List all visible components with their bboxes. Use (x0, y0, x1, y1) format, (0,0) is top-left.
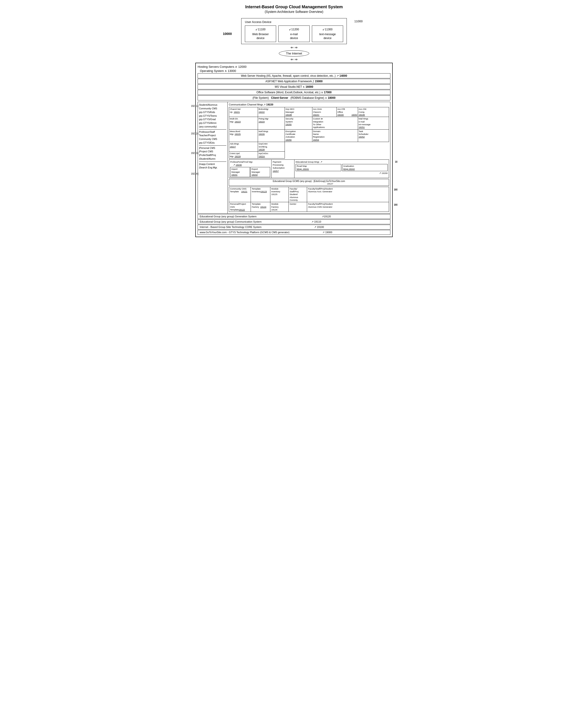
row-19120: Educational Group (any group) Generation… (197, 214, 391, 219)
payment-cell: PaymentProcessingSubscription19257 (272, 160, 294, 178)
label-19211: 19211┤ (191, 104, 199, 108)
sidebar-group-2: Professor/Staff Teacher/Project Communit… (199, 130, 226, 145)
cell-inpcntsrc: InpCntSrc1922A (258, 152, 285, 159)
row-19110: Educational Group (any group) Communicat… (197, 219, 391, 224)
cell-channl: Channl.SetUp 19221 (229, 107, 258, 117)
cell-multi-dir: Multi-Dir.Mgr. 19223 (229, 117, 258, 129)
label-19200: ↗ 19200 (296, 172, 387, 175)
user-access-box: User Access Device ↙11100 Web Browserdev… (241, 18, 347, 44)
module-row-1: Community CMSTemplate 19121 TemplateInve… (229, 187, 389, 202)
layer-15000: ASP.NET Web Application Framework ƒ 1500… (197, 79, 391, 84)
faculty-acct-gen: Faculty/Staff/Proj/StudentAlumnus Acct. … (307, 187, 389, 202)
layer-17000: Office Software (Word, Excell,Outlook, A… (197, 90, 391, 95)
left-sidebar: 19211┤ Student/Alumnus Community CMS grp… (198, 102, 228, 214)
os-label: Operating System ∧ 13000 (200, 69, 391, 73)
internet-section: ⇐ ⇒ The Internet ⇐ ⇒ (195, 45, 393, 62)
cell-grp-seo: Grp.SEOManager1922B (285, 107, 312, 117)
cell-notf: Notf.Mngr.19226 (258, 129, 285, 142)
device-num-11100: ↙11100 (248, 27, 273, 32)
label-19240: 19240 (395, 160, 397, 164)
cell-empty (285, 142, 389, 159)
sub-title: (System Architecture Software Overview) (195, 10, 393, 14)
row-19100: Internet - Based Group Siite Technology … (197, 225, 391, 229)
cell-cntnt-upd: Cntnt.Upd.Mgr. 19229 (229, 152, 258, 159)
cell-encrypt: EncryptionCertificateActivation19256 (285, 129, 312, 142)
main-title: Internet-Based Group Cloud Management Sy… (195, 5, 393, 9)
label-19214: 19214┤ (191, 172, 199, 176)
road-map: Road MapMngr. 19241 (296, 164, 341, 171)
label-10000: 10000 (223, 32, 232, 36)
device-web-browser: ↙11100 Web Browserdevice (245, 25, 276, 42)
cell-adv-mngr: Adv.Mngr.19227 (229, 142, 258, 152)
outer-box: Hosting Servers Computers ∧ 12000 Operat… (195, 63, 393, 237)
bottom-modules: Community CMSTemplate 19121 TemplateInve… (229, 187, 389, 212)
cell-brdcst: BrdcstMgr19222 (258, 107, 285, 117)
hosting-label: Hosting Servers Computers ∧ 12000 (197, 65, 391, 68)
sidebar-group-4: |Inapp.Content |Search Eng.Mgr. (199, 162, 226, 170)
arrow-down-2: ⇐ ⇒ (291, 57, 297, 62)
device-num-11300: ↙11300 (315, 27, 340, 32)
label-19212: 19212┤ (191, 132, 199, 135)
label-19129: 19129 (394, 203, 397, 206)
module-factory: ModuleFactory19126 (270, 202, 289, 212)
export-mgr: ExportManager19232 (250, 167, 270, 177)
ua-devices: ↙11100 Web Browserdevice ↙11200 e-mailde… (245, 25, 343, 42)
graduation: GraduationMngr.19242 (342, 164, 388, 171)
template-inventory: TemplateInventory19123 (251, 187, 270, 202)
prof-portal-row: ProfessPortalTrnsf Mgr. ↗ 19230 ImportMa… (229, 159, 389, 178)
layer-14000: Web Server Hosting (IIS, Apache, firewal… (197, 73, 391, 78)
comm-channel-title: Communication Channel Mngr.↗ 19220 (229, 103, 389, 106)
row-19000: www.GoToYourSite.com - GTYS Technology P… (197, 230, 391, 235)
cell-acc-onin: Acc.OnInClassrm1922C (312, 107, 336, 117)
arrow-down-1: ⇐ ⇒ (291, 45, 297, 49)
layer-18000: (File System) Client⋅Server (RDBMS Datab… (197, 95, 391, 100)
device-num-11200: ↙11200 (281, 27, 307, 32)
import-mgr: ImportManager19231 (230, 167, 250, 177)
label-19253: 19253 (352, 114, 357, 117)
cell-security: SecuritySystem19255 (285, 117, 312, 129)
cell-domain: DomainNameRegistration19254 (312, 129, 358, 142)
sidebar-group-3: |Personal CMS |Project CMS |Profe/Staff/… (199, 146, 226, 161)
device-text-message: ↙11300 text-messagedevice (312, 25, 343, 42)
ua-title: User Access Device (245, 20, 343, 24)
template-factory: TemplateFactory 19124 (251, 202, 270, 212)
cell-custom: 19253 Custom ►IntegrationTo OtherApplica… (312, 117, 358, 129)
cell-acc-cld: Acc.Cld.Comp.1922E (358, 107, 389, 117)
label-19128: 19128 (394, 188, 397, 191)
device-email: ↙11200 e-maildevice (278, 25, 310, 42)
cell-mail-mngr: Mail Mngr.e-mailtxt-message19251 (358, 117, 389, 129)
sidebar-group-1: Student/Alumnus Community CMS grp.GTYS/K… (199, 103, 226, 128)
prof-portal-cell: ProfessPortalTrnsf Mgr. ↗ 19230 ImportMa… (229, 160, 272, 178)
cell-task-sched: TaskScheduler19252 (358, 129, 389, 142)
faculty-staff: Faculty/Staff/ProjStudent/AlumnusCommty (289, 187, 307, 202)
personal-project-cms: Personal/ProjectCMS Template19122 (229, 202, 251, 212)
community-cms-template: Community CMSTemplate 19121 (229, 187, 251, 202)
internet-oval: The Internet (279, 50, 309, 57)
cell-mess-bord: Mess.BordMgr. 19225 (229, 129, 258, 142)
gentor: Gentor (289, 202, 307, 212)
faculty-cms-gen: Faculty/Staff/Proj/StudentAlumnus CMS Ge… (307, 202, 389, 212)
channel-table: Channl.SetUp 19221 BrdcstMgr19222 Grp.SE… (229, 107, 389, 159)
module-row-2: Personal/ProjectCMS Template19122 Templa… (229, 202, 389, 212)
arrow-19127: 19127 (230, 182, 387, 185)
module-inventory: ModuleInventory19125 (270, 187, 289, 202)
cell-pstng: Pstng.Mgr19224 (258, 117, 285, 129)
edu-group-cell: Educational Group Mngr. ↗ 19240 Road Map… (294, 160, 389, 178)
edu-group-gcms: Educational Group GCMS (any group) : [Ed… (229, 179, 389, 186)
label-19213: 19213┤ (191, 152, 199, 155)
cell-grpcntnt: GrpCntntSrchEng.19228 (258, 142, 285, 152)
label-11000: 11000 (354, 20, 363, 23)
right-main: Communication Channel Mngr.↗ 19220 Chann… (228, 102, 390, 214)
layer-16000: MS Visual Studio.NET ∧ 16000 (197, 84, 391, 89)
